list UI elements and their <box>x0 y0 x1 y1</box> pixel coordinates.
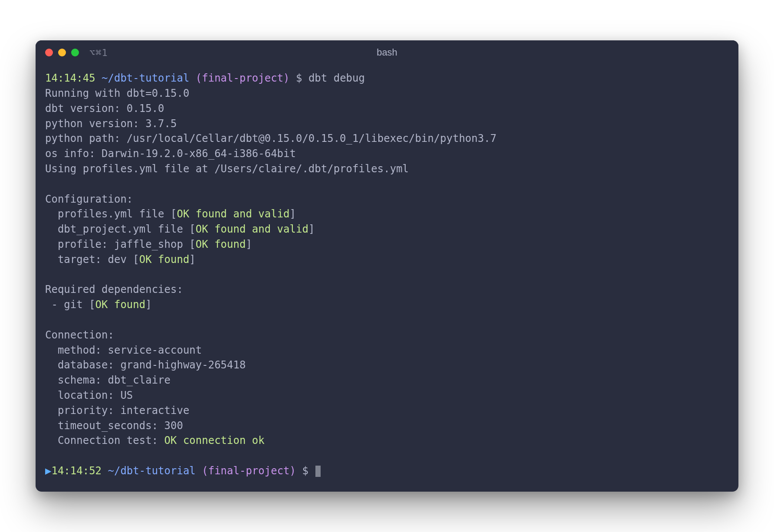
output-line: os info: Darwin-19.2.0-x86_64-i386-64bit <box>45 148 296 160</box>
output-line: profile: jaffle_shop [ <box>45 238 196 250</box>
output-line: python path: /usr/local/Cellar/dbt@0.15.… <box>45 132 496 144</box>
command-text: dbt debug <box>308 72 365 84</box>
ok-status: OK found and valid <box>196 223 308 235</box>
output-line: location: US <box>45 389 133 401</box>
ok-status: OK found <box>196 238 246 250</box>
prompt-time: 14:14:45 <box>45 72 95 84</box>
prompt-path: ~/dbt-tutorial <box>102 72 189 84</box>
prompt-symbol: $ <box>302 465 308 477</box>
output-line: dbt version: 0.15.0 <box>45 102 164 115</box>
minimize-icon[interactable] <box>58 49 66 56</box>
output-line: Configuration: <box>45 193 133 205</box>
bracket: ] <box>145 299 151 311</box>
output-line: timeout_seconds: 300 <box>45 420 183 432</box>
cursor-icon <box>315 466 321 477</box>
output-line: Required dependencies: <box>45 283 183 296</box>
output-line: - git [ <box>45 299 95 311</box>
tab-shortcut-label: ⌥⌘1 <box>89 47 108 58</box>
ok-status: OK connection ok <box>164 434 265 447</box>
output-line: schema: dbt_claire <box>45 374 171 386</box>
ok-status: OK found <box>139 253 190 266</box>
bracket: ] <box>290 208 296 220</box>
output-line: dbt_project.yml file [ <box>45 223 196 235</box>
output-line: Connection test: <box>45 434 164 447</box>
terminal-window: ⌥⌘1 bash 14:14:45 ~/dbt-tutorial (final-… <box>36 40 738 492</box>
bracket: ] <box>189 253 195 266</box>
output-line: python version: 3.7.5 <box>45 118 177 130</box>
window-title: bash <box>377 47 397 58</box>
bracket: ] <box>308 223 315 235</box>
prompt-symbol: $ <box>296 72 302 84</box>
close-icon[interactable] <box>45 49 53 56</box>
window-titlebar: ⌥⌘1 bash <box>36 40 738 65</box>
output-line: profiles.yml file [ <box>45 208 177 220</box>
prompt-arrow-icon: ▶ <box>45 465 51 477</box>
ok-status: OK found <box>95 299 146 311</box>
bracket: ] <box>246 238 252 250</box>
output-line: method: service-account <box>45 344 202 356</box>
output-line: priority: interactive <box>45 404 189 417</box>
output-line: database: grand-highway-265418 <box>45 359 246 371</box>
traffic-lights <box>45 49 79 56</box>
output-line: target: dev [ <box>45 253 139 266</box>
terminal-output[interactable]: 14:14:45 ~/dbt-tutorial (final-project) … <box>36 65 738 492</box>
output-line: Connection: <box>45 329 114 341</box>
output-line: Using profiles.yml file at /Users/claire… <box>45 163 409 175</box>
ok-status: OK found and valid <box>177 208 289 220</box>
zoom-icon[interactable] <box>71 49 79 56</box>
output-line: Running with dbt=0.15.0 <box>45 87 189 99</box>
prompt-branch: (final-project) <box>196 72 290 84</box>
prompt-path: ~/dbt-tutorial <box>108 465 196 477</box>
prompt-branch: (final-project) <box>202 465 296 477</box>
prompt-time: 14:14:52 <box>51 465 102 477</box>
